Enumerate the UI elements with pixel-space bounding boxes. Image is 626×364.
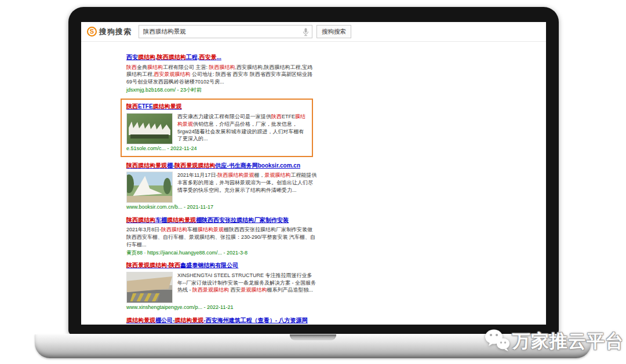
result-description: XINSHENGTAI STEEL STRUCTURE 专注推拉雨篷行业多年--… [177, 272, 318, 303]
sogou-logo-icon: S [87, 27, 97, 37]
text-segment: 陕西景观膜结构 [174, 162, 215, 169]
text-segment: ETFE [138, 103, 153, 110]
text-segment: 陕西膜结构 [157, 54, 186, 60]
result-body: 陕西金典膜结构工程有限公司 主营: 陕西膜结构,西安膜结构,陕西膜结构工程,宝鸡… [126, 64, 318, 86]
text-segment: 棚系列产品造型独... [267, 287, 314, 293]
search-input[interactable] [139, 26, 312, 38]
wechat-icon [484, 328, 511, 355]
text-segment: 棚陕西西安张拉膜结构厂家制作安装 [196, 217, 289, 223]
text-segment: 膜结构 [147, 64, 163, 70]
watermark-text: 万家推云平台 [512, 329, 624, 354]
text-segment: 膜结构 [138, 54, 155, 60]
result-thumbnail[interactable] [126, 272, 173, 303]
result-title-link[interactable]: 陕西ETFE膜结构景观 [126, 103, 307, 111]
text-segment: 车棚 [187, 227, 198, 232]
result-title-link[interactable]: 陕西膜结构车棚膜结构景观棚陕西西安张拉膜结构厂家制作安装 [126, 216, 318, 224]
text-segment: 陕西膜结构 [209, 64, 235, 70]
result-title-link[interactable]: 膜结构景观棚公司-膜结构景观-西安海州建筑工程（查看）- 八方资源网 [126, 316, 318, 325]
watermark: 万家推云平台 [484, 328, 624, 355]
result-url: 黄页88 · https://jiancai.huangye88.com/...… [126, 250, 318, 257]
text-segment: 陕西景观膜结构 [126, 262, 167, 268]
laptop-screen-bezel: S 搜狗搜索 搜 [68, 7, 559, 335]
search-result: 膜结构景观棚公司-膜结构景观-西安海州建筑工程（查看）- 八方资源网 [图文] … [126, 316, 318, 325]
text-segment: 西安康杰力建设工程有限公司是一家提供 [177, 114, 271, 119]
result-url: jdsxmjg.b2b168.com/ - 23小时前 [126, 87, 318, 94]
sogou-logo[interactable]: S 搜狗搜索 [87, 27, 132, 37]
text-segment: 陕西膜结构 [126, 217, 155, 223]
search-result: 陕西膜结构景观棚-陕西景观膜结构供应-书生商务网booksir.com.cn 2… [126, 162, 318, 211]
text-segment: 西安景 [199, 54, 217, 60]
text-segment: 车棚 [155, 217, 167, 223]
result-body: 2021年3月8日-陕西膜结构车棚膜结构景观棚陕西西安张拉膜结构厂家制作安装做陕… [126, 226, 318, 248]
text-segment: 景观膜结构 [264, 172, 290, 178]
text-segment: 供销信息，介绍产品价格，厂家，批发信息，5rgw24随着社会发展和城市建设的跟进… [177, 121, 304, 142]
text-segment: 膜结构景观 [126, 317, 155, 323]
text-segment: 工程有限公司 主营: [163, 64, 209, 70]
text-segment: ETFE [282, 114, 295, 119]
text-segment: 陕西 [126, 103, 138, 110]
text-segment: 供应-书生商务网booksir.com.cn [215, 162, 300, 169]
result-url: e.51sole.com/c... - 2022-11-24 [126, 145, 307, 152]
text-segment: 棚- [167, 162, 174, 169]
text-segment: 2021年3月8日- [126, 227, 161, 232]
text-segment: 膜结构景观 [153, 103, 182, 110]
search-button[interactable]: 搜狗搜索 [316, 25, 351, 38]
text-segment: -西安海州建筑工程（查看）- 八方资源网 [203, 317, 307, 323]
text-segment: 膜结构景观 [198, 227, 224, 232]
result-body: 西安康杰力建设工程有限公司是一家提供陕西ETFE膜结构景观供销信息，介绍产品价格… [126, 113, 307, 144]
laptop-hinge-notch [290, 334, 336, 340]
sogou-header: S 搜狗搜索 搜 [81, 22, 546, 42]
browser-screen: S 搜狗搜索 搜 [81, 22, 546, 325]
text-segment: 陕西膜结构 [161, 227, 187, 232]
text-segment: 陕西 [271, 114, 282, 119]
text-segment: 2021年11月17日- [177, 172, 217, 178]
text-segment: 陕西膜结构景观 [126, 162, 167, 169]
result-description: 西安康杰力建设工程有限公司是一家提供陕西ETFE膜结构景观供销信息，介绍产品价格… [177, 113, 307, 144]
result-title-link[interactable]: 西安膜结构,陕西膜结构工程,西安景... [126, 53, 318, 61]
result-body: 2021年11月17日-陕西膜结构景观棚，景观膜结构工程能提供丰富多彩的用途，并… [126, 172, 318, 203]
text-segment: 金典 [137, 64, 147, 70]
text-segment: 鑫盛泰钢结构有限公司 [180, 262, 238, 268]
microphone-icon[interactable] [303, 28, 309, 37]
search-result: 陕西ETFE膜结构景观 西安康杰力建设工程有限公司是一家提供陕西ETFE膜结构景… [121, 99, 313, 156]
text-segment: 棚， [254, 172, 264, 178]
text-segment: 景观膜结构 [241, 287, 267, 293]
result-thumbnail[interactable] [126, 113, 173, 144]
result-title-link[interactable]: 陕西膜结构景观棚-陕西景观膜结构供应-书生商务网booksir.com.cn [126, 162, 318, 170]
search-results-list: 西安膜结构,陕西膜结构工程,西安景... 陕西金典膜结构工程有限公司 主营: 陕… [81, 42, 325, 325]
search-result: 陕西景观膜结构-陕西鑫盛泰钢结构有限公司 XINSHENGTAI STEEL S… [126, 261, 318, 311]
result-url: www.xinshengtaipengye.com/p... - 2022-11… [126, 304, 318, 311]
sogou-logo-text: 搜狗搜索 [99, 27, 132, 37]
text-segment: 陕西 [169, 262, 180, 268]
text-segment: 棚公司- [155, 317, 174, 323]
result-description: 陕西金典膜结构工程有限公司 主营: 陕西膜结构,西安膜结构,陕西膜结构工程,宝鸡… [126, 64, 318, 86]
text-segment: 陕西膜结构景观 [217, 172, 254, 178]
search-box [139, 25, 312, 38]
result-body: XINSHENGTAI STEEL STRUCTURE 专注推拉雨篷行业多年--… [126, 272, 318, 303]
search-result: 陕西膜结构车棚膜结构景观棚陕西西安张拉膜结构厂家制作安装 2021年3月8日-陕… [126, 216, 318, 256]
page-background: S 搜狗搜索 搜 [0, 0, 626, 364]
text-segment: 西安景观膜结构 [154, 71, 191, 77]
result-title-link[interactable]: 陕西景观膜结构-陕西鑫盛泰钢结构有限公司 [126, 261, 318, 270]
text-segment: ... [217, 54, 221, 60]
text-segment: 陕西景观膜结构 [192, 287, 229, 293]
text-segment: 陕西 [126, 64, 137, 70]
result-url: www.booksir.com.cn/b... - 2021-11-17 [126, 204, 318, 211]
result-description: 2021年11月17日-陕西膜结构景观棚，景观膜结构工程能提供丰富多彩的用途，并… [177, 172, 318, 203]
result-description: 2021年3月8日-陕西膜结构车棚膜结构景观棚陕西西安张拉膜结构厂家制作安装做陕… [126, 226, 318, 248]
text-segment: 西安 [126, 54, 138, 60]
text-segment: 膜结构景观 [174, 317, 203, 323]
result-thumbnail[interactable] [126, 172, 173, 203]
text-segment: 西安 [229, 287, 241, 293]
text-segment: 工程, [186, 54, 199, 60]
search-result: 西安膜结构,陕西膜结构工程,西安景... 陕西金典膜结构工程有限公司 主营: 陕… [126, 53, 318, 93]
text-segment: 膜结构景观 [167, 217, 196, 223]
